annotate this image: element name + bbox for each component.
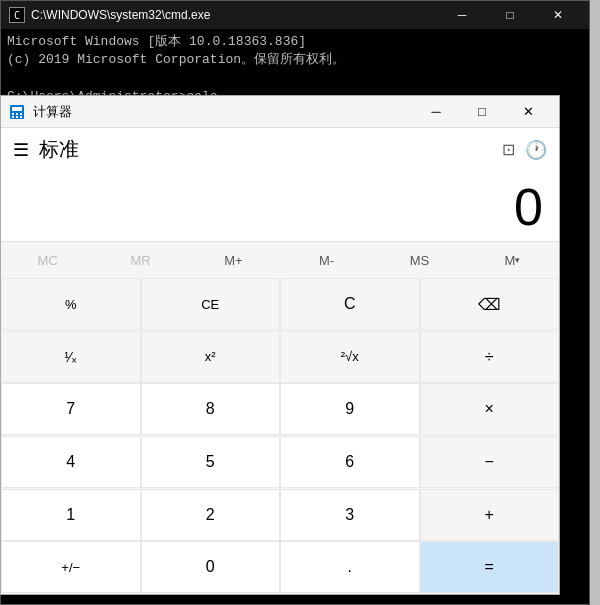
- calc-display: 0: [1, 171, 559, 241]
- calc-titlebar: 计算器 ─ □ ✕: [1, 96, 559, 128]
- calc-close-button[interactable]: ✕: [505, 98, 551, 126]
- cmd-maximize-button[interactable]: □: [487, 5, 533, 25]
- one-button[interactable]: 1: [1, 489, 141, 541]
- svg-rect-2: [12, 113, 14, 115]
- calc-body: ☰ 标准 ⊡ 🕐 0 MC MR M+ M- MS M▾ % CE C ⌫ ¹⁄…: [1, 128, 559, 594]
- calc-header: ☰ 标准 ⊡ 🕐: [1, 128, 559, 171]
- multiply-button[interactable]: ×: [420, 383, 560, 435]
- svg-rect-5: [12, 116, 14, 118]
- cmd-minimize-button[interactable]: ─: [439, 5, 485, 25]
- three-button[interactable]: 3: [280, 489, 420, 541]
- calc-display-value: 0: [514, 181, 543, 233]
- memory-row: MC MR M+ M- MS M▾: [1, 241, 559, 278]
- percent-button[interactable]: %: [1, 278, 141, 330]
- calc-minimize-button[interactable]: ─: [413, 98, 459, 126]
- two-button[interactable]: 2: [141, 489, 281, 541]
- divide-button[interactable]: ÷: [420, 331, 560, 383]
- reciprocal-button[interactable]: ¹⁄ₓ: [1, 331, 141, 383]
- seven-button[interactable]: 7: [1, 383, 141, 435]
- svg-rect-3: [16, 113, 18, 115]
- five-button[interactable]: 5: [141, 436, 281, 488]
- negate-button[interactable]: +/−: [1, 541, 141, 593]
- calc-maximize-button[interactable]: □: [459, 98, 505, 126]
- zero-button[interactable]: 0: [141, 541, 281, 593]
- subtract-button[interactable]: −: [420, 436, 560, 488]
- eight-button[interactable]: 8: [141, 383, 281, 435]
- svg-rect-1: [12, 107, 22, 111]
- cmd-title-left: C C:\WINDOWS\system32\cmd.exe: [9, 7, 210, 23]
- sqrt-button[interactable]: ²√x: [280, 331, 420, 383]
- calc-app-icon: [9, 104, 25, 120]
- calc-mode-label: 标准: [39, 136, 492, 163]
- buttons-grid: % CE C ⌫ ¹⁄ₓ x² ²√x ÷ 7 8 9 × 4 5 6 − 1 …: [1, 278, 559, 594]
- cmd-window-controls: ─ □ ✕: [439, 5, 581, 25]
- cmd-line-3: [7, 69, 583, 87]
- cmd-icon: C: [9, 7, 25, 23]
- calc-title-left: 计算器: [9, 103, 72, 121]
- svg-rect-7: [20, 116, 22, 118]
- four-button[interactable]: 4: [1, 436, 141, 488]
- memory-recall-button[interactable]: MR: [94, 242, 187, 278]
- cmd-close-button[interactable]: ✕: [535, 5, 581, 25]
- decimal-button[interactable]: .: [280, 541, 420, 593]
- calc-title-text: 计算器: [33, 103, 72, 121]
- add-button[interactable]: +: [420, 489, 560, 541]
- calc-mode-secondary-icon: ⊡: [502, 140, 515, 159]
- backspace-button[interactable]: ⌫: [420, 278, 560, 330]
- memory-store-button[interactable]: MS: [373, 242, 466, 278]
- memory-add-button[interactable]: M+: [187, 242, 280, 278]
- six-button[interactable]: 6: [280, 436, 420, 488]
- cmd-title-text: C:\WINDOWS\system32\cmd.exe: [31, 8, 210, 22]
- equals-button[interactable]: =: [420, 541, 560, 593]
- svg-rect-4: [20, 113, 22, 115]
- svg-rect-6: [16, 116, 18, 118]
- calc-window-controls: ─ □ ✕: [413, 98, 551, 126]
- hamburger-icon[interactable]: ☰: [13, 139, 29, 161]
- cmd-line-2: (c) 2019 Microsoft Corporation。保留所有权利。: [7, 51, 583, 69]
- memory-dropdown-button[interactable]: M▾: [466, 242, 559, 278]
- calc-window: 计算器 ─ □ ✕ ☰ 标准 ⊡ 🕐 0 MC MR M+ M- MS M▾: [0, 95, 560, 595]
- nine-button[interactable]: 9: [280, 383, 420, 435]
- history-icon[interactable]: 🕐: [525, 139, 547, 161]
- cmd-titlebar: C C:\WINDOWS\system32\cmd.exe ─ □ ✕: [1, 1, 589, 29]
- memory-subtract-button[interactable]: M-: [280, 242, 373, 278]
- memory-clear-button[interactable]: MC: [1, 242, 94, 278]
- square-button[interactable]: x²: [141, 331, 281, 383]
- clear-entry-button[interactable]: CE: [141, 278, 281, 330]
- cmd-line-1: Microsoft Windows [版本 10.0.18363.836]: [7, 33, 583, 51]
- clear-button[interactable]: C: [280, 278, 420, 330]
